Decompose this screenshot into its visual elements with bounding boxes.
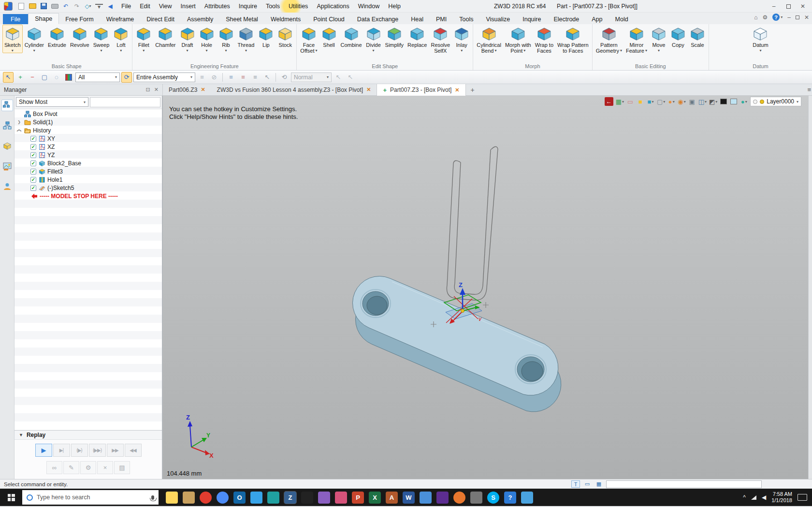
ribbon-button-mirror-feature[interactable]: MirrorFeature▾	[624, 25, 649, 54]
ribbon-button-sweep[interactable]: Sweep▾	[91, 25, 112, 53]
tree-item-model-stop-here[interactable]: ----- MODEL STOP HERE -----	[14, 192, 162, 200]
doc-tab-zw3d-vs-fusion-360-lesson-4-assembly-z3-box-pivot[interactable]: ZW3D vs Fusion 360 Lesson 4 assembly.Z3 …	[211, 84, 377, 95]
replay-edit-button[interactable]: ✎	[63, 461, 79, 474]
fork-wireframe-sketch[interactable]	[447, 146, 498, 300]
dropdown-caret-icon[interactable]: ▾	[759, 48, 761, 53]
link-arm-model[interactable]	[352, 276, 561, 411]
tab-electrode[interactable]: Electrode	[547, 14, 585, 24]
remove-pick-icon[interactable]: −	[27, 72, 38, 83]
ribbon-button-fillet[interactable]: Fillet▾	[134, 25, 153, 53]
right-panel-strip[interactable]	[808, 96, 812, 479]
tab-free-form[interactable]: Free Form	[59, 14, 100, 24]
ribbon-button-morph-with-point[interactable]: Morph withPoint▾	[503, 25, 533, 54]
ribbon-button-copy[interactable]: Copy	[668, 25, 688, 48]
ribbon-button-extrude[interactable]: Extrude	[46, 25, 68, 48]
dock-icon[interactable]: ▾	[95, 4, 103, 9]
dropdown-caret-icon[interactable]: ▾	[673, 100, 675, 104]
help-icon[interactable]: ?▾	[772, 14, 783, 21]
add-pick-icon[interactable]: +	[15, 72, 26, 83]
taskbar-app-chrome[interactable]	[217, 492, 229, 504]
exit-icon[interactable]: ←	[605, 97, 613, 106]
tree-item-hole1[interactable]: ✓Hole1	[14, 175, 162, 184]
menu-file[interactable]: File	[117, 1, 135, 12]
doc-tab-part006-z3[interactable]: Part006.Z3✕	[163, 84, 211, 95]
tab-direct-edit[interactable]: Direct Edit	[140, 14, 181, 24]
close-button[interactable]: ✕	[796, 1, 810, 12]
taskbar-search[interactable]: Type here to search	[22, 490, 159, 505]
open-file-icon[interactable]	[29, 2, 36, 10]
customize-icon[interactable]: ◇▾	[84, 2, 92, 10]
tab-visualize[interactable]: Visualize	[479, 14, 516, 24]
ribbon-button-simplify[interactable]: Simplify	[383, 25, 406, 48]
tab-heal[interactable]: Heal	[405, 14, 430, 24]
view-manager-icon[interactable]	[1, 160, 13, 172]
menu-applications[interactable]: Applications	[312, 1, 353, 12]
ribbon-button-thread[interactable]: Thread▾	[236, 25, 257, 53]
replay-play-through-button[interactable]: (▶▶)	[89, 444, 106, 457]
tab-close-icon[interactable]: ✕	[366, 87, 371, 93]
checkbox-checked-icon[interactable]: ✓	[30, 136, 36, 142]
dropdown-caret-icon[interactable]: ▾	[186, 48, 188, 53]
target-box-icon[interactable]: ■	[637, 97, 644, 106]
replay-rewind-button[interactable]: ◀◀	[125, 444, 142, 457]
taskbar-clock[interactable]: 7:58 AM 1/1/2018	[771, 491, 792, 504]
action-center-icon[interactable]	[798, 494, 807, 501]
checkbox-checked-icon[interactable]: ✓	[30, 169, 36, 174]
replay-link-button[interactable]: ∞	[46, 461, 62, 474]
visual-manager-icon[interactable]	[1, 140, 13, 152]
grid-toggle-icon[interactable]: ▦	[594, 480, 603, 488]
tree-item-box-pivot[interactable]: Box Pivot	[14, 110, 162, 118]
ribbon-button-inlay[interactable]: Inlay▾	[452, 25, 471, 53]
taskbar-app-mail[interactable]	[250, 492, 262, 504]
ribbon-button-move[interactable]: Move▾	[649, 25, 668, 53]
dropdown-caret-icon[interactable]: ▾	[658, 48, 660, 53]
dropdown-caret-icon[interactable]: ▾	[245, 48, 247, 53]
replay-play-button[interactable]: ▶	[35, 444, 52, 457]
tab-mold[interactable]: Mold	[609, 14, 635, 24]
replay-log-button[interactable]: ▤	[114, 461, 130, 474]
pick-lasso-icon[interactable]: ◌	[51, 72, 62, 83]
dropdown-caret-icon[interactable]: ▾	[622, 100, 624, 104]
constraint-list-icon[interactable]: ≡	[226, 72, 236, 83]
dropdown-caret-icon[interactable]: ▾	[225, 48, 227, 53]
doc-minimize-button[interactable]: –	[787, 14, 791, 21]
feature-list-icon[interactable]: ≡	[250, 72, 261, 83]
tree-item-fillet3[interactable]: ✓Fillet3	[14, 167, 162, 175]
undo-icon[interactable]: ↶	[62, 2, 70, 10]
doc-tab-part007-z3-box-pivot[interactable]: +Part007.Z3 - [Box Pivot]✕	[377, 84, 465, 96]
ribbon-button-stock[interactable]: Stock	[276, 25, 295, 48]
visual-style-icon[interactable]: ▦▾	[616, 97, 624, 106]
model-canvas[interactable]: Z v Z X Y	[163, 96, 808, 479]
doc-close-button[interactable]: ✕	[804, 14, 809, 21]
tab-shape[interactable]: Shape	[28, 13, 59, 24]
taskbar-app-folder-app[interactable]	[183, 492, 195, 504]
tab-wireframe[interactable]: Wireframe	[100, 14, 141, 24]
scope-combo[interactable]: Entire Assembly▾	[133, 72, 195, 82]
dropdown-caret-icon[interactable]: ▾	[100, 48, 102, 53]
ribbon-button-revolve[interactable]: Revolve	[68, 25, 91, 48]
dropdown-caret-icon[interactable]: ▾	[652, 100, 653, 104]
dropdown-caret-icon[interactable]: ▾	[461, 48, 463, 53]
dropdown-caret-icon[interactable]: ▾	[523, 48, 525, 54]
restore-button[interactable]	[781, 1, 796, 12]
menu-insert[interactable]: Insert	[176, 1, 200, 12]
dropdown-caret-icon[interactable]: ▾	[620, 48, 622, 54]
dropdown-caret-icon[interactable]: ▾	[684, 100, 686, 104]
redo-icon[interactable]: ↷	[73, 2, 81, 10]
entity-filter-combo[interactable]: All▾	[75, 72, 120, 82]
minimize-button[interactable]: –	[767, 1, 781, 12]
show-filter-combo[interactable]: Show Most▾	[16, 97, 88, 107]
pick-box-icon[interactable]: ▣	[688, 97, 696, 106]
save-icon[interactable]	[40, 2, 47, 10]
taskbar-app-word[interactable]: W	[403, 492, 415, 504]
replay-tool-button[interactable]: ⚙	[80, 461, 96, 474]
ribbon-button-face-offset[interactable]: FaceOffset▾	[298, 25, 319, 54]
dropdown-caret-icon[interactable]: ▾	[745, 100, 747, 104]
ribbon-button-draft[interactable]: Draft▾	[178, 25, 197, 53]
dropdown-caret-icon[interactable]: ▾	[33, 48, 35, 53]
menu-window[interactable]: Window	[354, 1, 384, 12]
checkbox-checked-icon[interactable]: ✓	[30, 160, 36, 166]
manager-search-input[interactable]	[90, 97, 160, 107]
new-tab-button[interactable]: +	[466, 84, 479, 95]
taskbar-app-skype[interactable]: S	[487, 492, 499, 504]
